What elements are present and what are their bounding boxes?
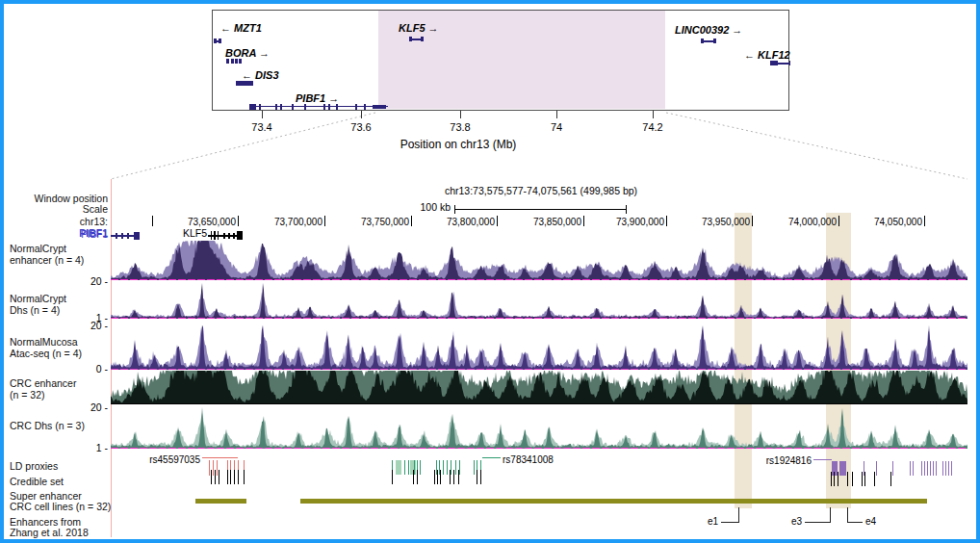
ld-proxy-tick [408,460,409,475]
baseline-normalcrypt-enhancer [111,279,967,281]
row-label-crc-cell-lines-n-32-: CRC cell lines (n = 32) [10,501,111,512]
coordinate-label: 73,650,000 [188,217,236,227]
credible-set-tick [417,470,418,484]
snp-label-rs45597035: rs45597035 [149,454,200,465]
credible-set-tick [852,472,853,486]
gene-row-pibf1-label: PIBF1 [81,229,108,240]
signal-track-normalmucosa-atac [111,325,967,370]
ld-proxy-tick [447,460,448,475]
coordinate-tick [752,216,753,226]
overview-axis-tick-label: 74 [551,121,562,133]
coordinate-label: 73,750,000 [361,217,409,227]
pibf1-row-tick [121,233,123,239]
klf5-row-tick [223,233,225,239]
gene-exon [249,104,256,110]
klf5-row-exon [211,231,213,240]
gene-exon [259,104,261,110]
credible-set-tick [392,470,393,484]
credible-set-tick [874,472,875,486]
gene-exon [364,104,366,110]
ld-proxy-tick [420,460,421,475]
ld-proxy-block [396,460,401,475]
pibf1-row-tick [127,233,129,239]
gene-exon [409,37,412,41]
klf5-row-tick [233,233,235,239]
gene-label-pibf1: PIBF1 → [296,92,339,104]
genome-browser-figure: ← MZT1BORA →← DIS3PIBF1 →KLF5 →LINC00392… [0,0,980,543]
overview-axis-tick [653,111,654,118]
gene-exon [789,61,791,65]
signal-track-normalcrypt-dhs [111,283,967,319]
scale-bar-end-tick [626,205,627,214]
track-scale-tick: 20 - [90,275,108,287]
gene-exon [304,104,306,110]
gene-label-bora: BORA → [225,47,270,59]
gene-exon [280,104,282,110]
overview-axis-tick-label: 73.4 [251,121,271,133]
scale-bar-end-tick [454,205,455,214]
overview-axis-tick-label: 74.2 [642,121,662,133]
row-label-chr13: chr13: [80,217,108,228]
credible-set-tick [227,470,228,484]
gene-exon [770,61,778,65]
coordinate-tick [411,216,412,226]
overview-axis-title: Position on chr13 (Mb) [400,139,517,151]
credible-set-tick [838,472,838,486]
credible-set-tick [230,470,231,484]
coordinate-tick [497,216,498,226]
snp-label-rs78341008: rs78341008 [503,454,554,465]
ld-proxy-tick [455,460,456,475]
ld-proxy-tick [474,460,475,475]
signal-track-crc-dhs [111,407,967,449]
ld-proxy-tick [951,461,952,476]
credible-set-tick [244,470,245,484]
gene-exon [421,37,424,41]
credible-set-tick [890,472,891,486]
overview-axis-tick-label: 73.8 [450,121,470,133]
callout-line-vertical [830,507,831,523]
enhancer-label-e1: e1 [708,516,718,527]
pibf1-row-endbox [134,232,140,241]
enhancer-label-e3: e3 [791,516,802,527]
coordinate-tick [666,216,667,226]
gene-exon [373,105,386,109]
signal-track-crc-enhancer [111,371,967,404]
overview-axis-tick [556,111,557,118]
gene-label-linc00392: LINC00392 → [675,24,742,36]
ld-proxy-tick [443,460,444,475]
track-label: CRC Dhs (n = 3) [10,420,85,431]
credible-set-tick [238,470,239,484]
gene-exon [219,39,221,43]
callout-line-horizontal [805,522,830,523]
gene-exon [236,81,253,86]
credible-set-tick [864,472,865,486]
ld-proxy-tick [913,461,914,476]
gene-label-dis3: ← DIS3 [242,69,279,81]
coordinate-label: 73,800,000 [447,217,495,227]
klf5-row-endbox [237,231,243,240]
gene-exon [292,104,294,110]
coordinate-label: 74,000,000 [788,217,837,227]
ld-proxy-tick [927,461,928,476]
callout-line-horizontal [721,522,738,523]
gene-exon [323,104,325,110]
coordinate-label: 74,050,000 [874,217,922,227]
row-label-ld-proxies: LD proxies [10,460,58,472]
credible-set-tick [215,470,216,484]
klf5-row-exon [214,231,216,240]
credible-set-tick [834,472,835,486]
credible-set-tick [211,470,212,484]
ld-proxy-tick [930,461,931,476]
credible-set-tick [480,470,481,484]
gene-label-klf12: ← KLF12 [744,49,790,61]
gene-exon [701,39,704,43]
ld-proxy-tick [842,461,843,476]
gene-exon [249,106,388,107]
ld-proxy-tick [924,461,925,476]
ld-proxy-tick [933,461,934,476]
ld-proxy-tick [404,460,405,475]
credible-set-tick [450,470,451,484]
klf5-row-exon [218,231,219,240]
gene-row-klf5-label: KLF5 [183,228,207,240]
credible-set-tick [831,472,832,486]
